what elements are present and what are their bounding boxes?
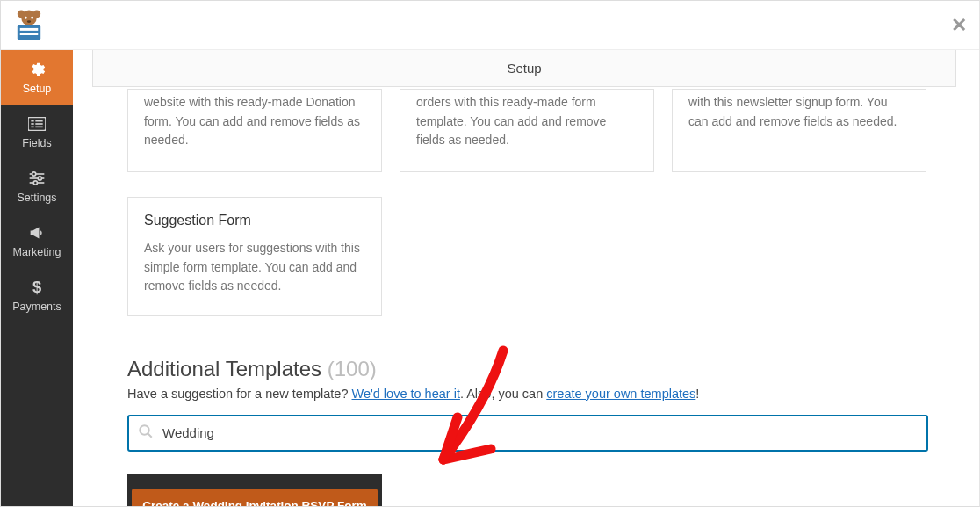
left-sidebar: Setup Fields Settings Marketing [1, 50, 73, 506]
tab-label: Setup [507, 61, 541, 76]
template-result-tile[interactable]: Create a Wedding Invitation RSVP Form [127, 474, 382, 506]
search-icon [138, 424, 154, 443]
svg-rect-15 [35, 127, 42, 128]
svg-point-4 [31, 16, 33, 18]
template-card-suggestion[interactable]: Suggestion Form Ask your users for sugge… [127, 197, 382, 316]
bullhorn-icon [27, 223, 47, 243]
svg-point-17 [32, 172, 36, 176]
app-logo [10, 6, 48, 45]
sidebar-item-label: Payments [12, 301, 61, 313]
heading-count: (100) [328, 357, 377, 380]
card-description: Ask your users for suggestions with this… [144, 239, 365, 296]
sub-suffix: ! [695, 387, 699, 401]
svg-point-1 [18, 10, 25, 18]
template-card[interactable]: website with this ready-made Donation fo… [127, 89, 382, 172]
sidebar-item-payments[interactable]: $ Payments [1, 268, 73, 322]
svg-rect-8 [20, 33, 39, 35]
svg-line-24 [148, 433, 152, 438]
gear-icon [27, 60, 47, 79]
svg-point-23 [140, 425, 149, 435]
template-cards-row: website with this ready-made Donation fo… [127, 89, 956, 172]
card-description: website with this ready-made Donation fo… [144, 93, 365, 150]
template-card[interactable]: orders with this ready-made form templat… [400, 89, 654, 172]
create-form-button[interactable]: Create a Wedding Invitation RSVP Form [132, 489, 377, 506]
svg-rect-7 [20, 27, 39, 30]
sidebar-item-marketing[interactable]: Marketing [1, 214, 73, 268]
svg-rect-11 [35, 120, 42, 122]
svg-text:$: $ [32, 279, 41, 296]
dollar-icon: $ [27, 278, 47, 297]
mascot-icon [10, 6, 48, 45]
sidebar-item-fields[interactable]: Fields [1, 105, 73, 159]
suggestion-link[interactable]: We'd love to hear it [352, 387, 460, 401]
svg-point-19 [38, 177, 41, 180]
additional-templates-subtext: Have a suggestion for a new template? We… [127, 387, 956, 401]
top-bar: ✕ [1, 1, 979, 50]
list-icon [27, 114, 47, 134]
heading-text: Additional Templates [127, 357, 321, 380]
sidebar-item-setup[interactable]: Setup [1, 50, 73, 105]
card-description: with this newsletter signup form. You ca… [688, 93, 910, 131]
additional-templates-heading: Additional Templates (100) [127, 357, 956, 381]
svg-point-2 [32, 10, 40, 18]
card-title: Suggestion Form [144, 210, 365, 232]
svg-rect-13 [35, 123, 42, 125]
svg-point-3 [25, 16, 27, 18]
sidebar-item-label: Setup [23, 83, 52, 95]
svg-point-5 [27, 20, 31, 23]
search-input[interactable] [161, 424, 918, 441]
main-panel: Setup website with this ready-made Donat… [73, 50, 979, 506]
sub-prefix: Have a suggestion for a new template? [127, 387, 352, 401]
sliders-icon [27, 169, 47, 188]
card-description: orders with this ready-made form templat… [416, 93, 638, 150]
sidebar-item-label: Fields [22, 137, 51, 149]
sidebar-item-label: Marketing [13, 246, 61, 258]
svg-rect-12 [31, 123, 33, 125]
template-search[interactable] [127, 415, 928, 452]
tab-setup[interactable]: Setup [92, 50, 956, 87]
svg-rect-10 [31, 120, 33, 122]
svg-rect-14 [31, 127, 33, 128]
sidebar-item-settings[interactable]: Settings [1, 159, 73, 214]
sidebar-item-label: Settings [17, 192, 56, 204]
sub-mid: . Also, you can [460, 387, 546, 401]
create-own-link[interactable]: create your own templates [546, 387, 695, 401]
svg-point-21 [33, 181, 37, 185]
close-button[interactable]: ✕ [951, 14, 967, 37]
template-card[interactable]: with this newsletter signup form. You ca… [672, 89, 926, 172]
